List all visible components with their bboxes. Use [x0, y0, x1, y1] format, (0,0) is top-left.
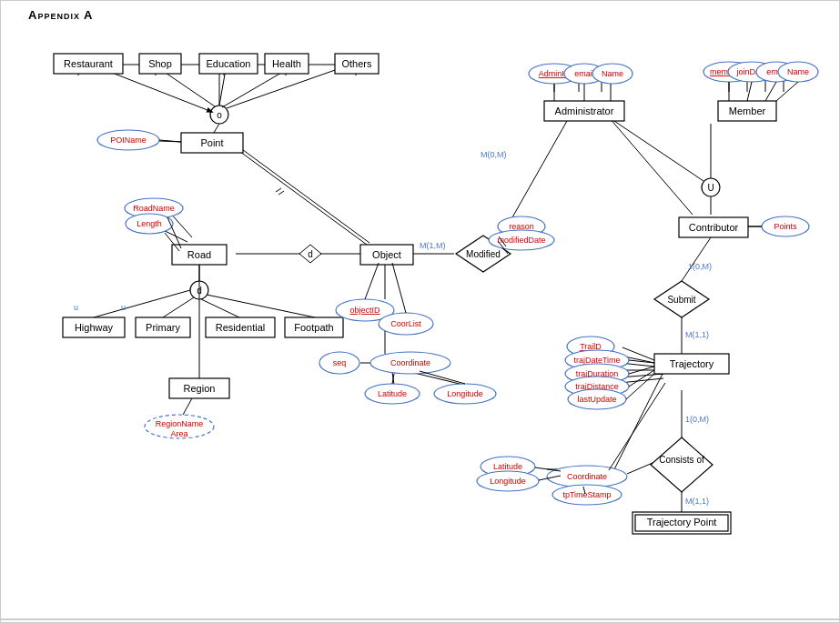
lastupdate-attr: lastUpdate — [577, 395, 616, 404]
residential-entity: Residential — [216, 322, 265, 333]
admin-name-attr: Name — [602, 69, 623, 78]
svg-line-16 — [233, 146, 367, 245]
region-entity: Region — [184, 383, 216, 394]
svg-marker-87 — [651, 437, 713, 492]
education-entity: Education — [207, 58, 251, 69]
roadname-attr: RoadName — [133, 204, 175, 213]
trajectory-point-entity: Trajectory Point — [647, 517, 717, 528]
svg-line-110 — [747, 82, 752, 101]
restaurant-entity: Restaurant — [64, 58, 113, 69]
tptimestamp-attr: tpTimeStamp — [562, 490, 611, 499]
regionname-attr: RegionName — [156, 419, 204, 428]
svg-line-94 — [392, 263, 406, 313]
svg-line-27 — [207, 295, 315, 317]
card-submit-traj: M(1,1) — [685, 330, 709, 339]
svg-line-17 — [236, 145, 369, 243]
svg-line-112 — [776, 82, 798, 101]
contributor-entity: Contributor — [689, 222, 739, 233]
points-attr: Points — [774, 222, 797, 231]
shop-entity: Shop — [148, 58, 172, 69]
svg-line-136 — [183, 398, 192, 415]
regionarea-attr: Area — [170, 429, 187, 438]
svg-line-147 — [276, 188, 281, 192]
svg-line-34 — [609, 117, 693, 215]
svg-line-148 — [278, 191, 284, 195]
svg-line-93 — [365, 263, 379, 299]
member-entity: Member — [729, 106, 766, 116]
svg-line-26 — [201, 299, 239, 317]
submit-relation: Submit — [667, 295, 695, 305]
svg-line-41 — [609, 117, 703, 181]
svg-line-111 — [765, 82, 776, 101]
svg-line-134 — [626, 374, 654, 399]
svg-text:o: o — [217, 110, 222, 120]
svg-line-11 — [160, 69, 215, 106]
latitude2-attr: Latitude — [493, 462, 522, 471]
svg-text:U: U — [707, 183, 713, 193]
longitude2-attr: Longitude — [490, 477, 526, 486]
longitude1-attr: Longitude — [447, 389, 483, 398]
consists-of-relation: Consists of — [659, 455, 704, 465]
card-m1m: M(1,M) — [420, 241, 446, 250]
length-attr: Length — [137, 219, 162, 228]
administrator-entity: Administrator — [555, 106, 614, 116]
svg-line-13 — [222, 69, 288, 107]
card-traj-consists: 1(0,M) — [685, 415, 709, 424]
road-entity: Road — [187, 249, 211, 260]
objectid-attr: objectID — [349, 306, 380, 315]
coorlist-attr: CoorList — [390, 319, 421, 328]
svg-line-98 — [420, 371, 465, 384]
latitude1-attr: Latitude — [378, 389, 407, 398]
point-entity: Point — [200, 137, 223, 148]
others-entity: Others — [341, 58, 372, 69]
svg-line-25 — [163, 297, 194, 317]
highway-entity: Highway — [75, 322, 114, 333]
coordinate1-attr: Coordinate — [390, 358, 430, 367]
admin-email-attr: email — [574, 69, 594, 78]
coordinate2-attr: Coordinate — [567, 472, 607, 481]
trajectory-entity: Trajectory — [670, 358, 714, 369]
svg-line-24 — [94, 290, 190, 317]
er-diagram: o d — [1, 1, 840, 623]
primary-entity: Primary — [146, 322, 180, 333]
health-entity: Health — [272, 58, 301, 69]
svg-line-14 — [227, 69, 338, 108]
seq-attr: seq — [333, 358, 347, 367]
primary-u: u — [121, 303, 126, 312]
object-entity: Object — [372, 249, 401, 260]
page: Appendix A o — [0, 0, 840, 623]
poiname-attr: POIName — [110, 136, 147, 145]
svg-line-10 — [103, 69, 212, 112]
svg-line-144 — [627, 463, 653, 474]
card-consists-trajpoint: M(1,1) — [685, 497, 709, 506]
modified-relation: Modified — [466, 249, 501, 259]
card-m0m: M(0,M) — [481, 150, 507, 159]
svg-text:d: d — [308, 249, 313, 259]
modifieddate-attr: modifiedDate — [497, 236, 545, 245]
member-name-attr: Name — [787, 67, 809, 76]
highway-u: u — [74, 303, 78, 312]
footpath-entity: Footpath — [294, 322, 333, 333]
card-contrib-submit: 1(0,M) — [688, 262, 712, 271]
svg-line-47 — [682, 237, 711, 281]
svg-line-12 — [219, 69, 226, 106]
